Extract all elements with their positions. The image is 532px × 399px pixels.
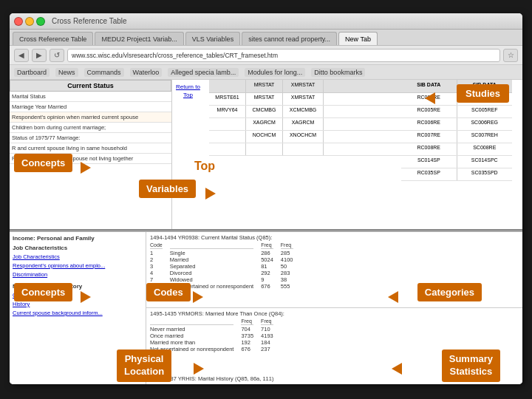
back-button[interactable]: ◀	[14, 49, 29, 62]
close-button[interactable]	[14, 17, 23, 26]
table-row: Marriage Year Married	[10, 102, 171, 112]
variables-arrow	[205, 188, 216, 200]
lower-categories-table: Never married Once married Married more …	[150, 318, 519, 352]
bookmark-waterloo[interactable]: Waterloo	[130, 68, 163, 77]
code-cell: NOCHCM	[246, 131, 283, 143]
concepts-upper-arrow	[81, 162, 91, 174]
code-cell	[246, 143, 283, 155]
job-link-3[interactable]: Discrimination	[13, 270, 143, 279]
lower-labels-col: Never married Once married Married more …	[150, 318, 233, 352]
webpage-content: Current Status Marital Status Marriage Y…	[10, 80, 522, 384]
bookmark-modules[interactable]: Modules for long...	[245, 68, 305, 77]
lower-freq1-col: Freq 7043735192676	[241, 318, 253, 352]
bookmarks-bar: Dartboard News Commands Waterloo Alleged…	[10, 65, 522, 80]
code-cell: CMCMBG	[246, 106, 283, 117]
bookmark-commands[interactable]: Commands	[84, 68, 124, 77]
category-freq2-col: Freq 28541005028338555	[281, 242, 293, 290]
codes-columns: MRSTAT XMRSTAT MRSTE61 MRSTAT XMRSTAT MR…	[209, 80, 401, 231]
maximize-button[interactable]	[36, 17, 45, 26]
summary-statistics-annotation: SummaryStatistics	[442, 349, 500, 382]
sib-cell: RC007RE	[401, 131, 457, 143]
job-link-1[interactable]: Job Characteristics	[13, 253, 143, 262]
sib-cell: SC006REG	[457, 118, 513, 130]
forward-button[interactable]: ▶	[32, 49, 47, 62]
income-section-header: Income: Personal and Family	[13, 235, 143, 242]
code-cell	[209, 131, 246, 143]
codes-arrow	[193, 291, 203, 303]
job-section-header: Job Characteristics	[13, 245, 143, 251]
browser-toolbar: ◀ ▶ ↺ www.ssc.wisc.edu/vlsresearch/cross…	[10, 46, 522, 65]
code-cell: MRVY64	[209, 106, 246, 117]
window-title: Cross Reference Table	[52, 17, 127, 25]
code-cell: XNOCHCM	[283, 131, 324, 143]
tab-cross-reference[interactable]: Cross Reference Table	[13, 32, 93, 45]
code-cell	[283, 143, 324, 155]
bookmark-alleged[interactable]: Alleged specia lamb...	[168, 68, 239, 77]
data-row-label: 1494-1494 YR0938: Current Marital Status…	[150, 234, 519, 241]
bookmark-dartboard[interactable]: Dartboard	[14, 68, 50, 77]
categories-arrow	[388, 291, 398, 303]
browser-tabs: Cross Reference Table MEDU2 Project1 Var…	[10, 30, 522, 46]
bookmark-news[interactable]: News	[55, 68, 78, 77]
col-mrstat: MRSTAT	[246, 80, 283, 92]
table-row: Respondent's opinion when married curren…	[10, 112, 171, 123]
tab-medu2[interactable]: MEDU2 Project1 Variab...	[95, 32, 183, 45]
tab-sites[interactable]: sites cannot read property...	[242, 32, 337, 45]
code-cell: MRSTAT	[246, 93, 283, 105]
sib-cell: RC035SP	[401, 168, 457, 180]
marriage-link-spouse[interactable]: Current spouse background inform...	[13, 309, 143, 318]
concepts-lower-annotation: Concepts	[14, 283, 72, 301]
star-button[interactable]: ☆	[503, 49, 518, 62]
sib-cell: SC007REH	[457, 131, 513, 143]
sib-cell: SC005REF	[457, 106, 513, 117]
summary-statistics-arrow	[392, 363, 402, 375]
sib-header-1: SIB DATA	[401, 80, 457, 92]
code-cell	[324, 93, 401, 105]
code-cell: MRSTE61	[209, 93, 246, 105]
sib-cell: SC014SP	[401, 156, 457, 168]
job-link-2[interactable]: Respondent's opinions about emplo...	[13, 262, 143, 270]
table-row: R and current spouse living in same hous…	[10, 143, 171, 154]
col-mrste	[209, 80, 246, 92]
tab-vls-variables[interactable]: VLS Variables	[185, 32, 240, 45]
sib-cell: RC006RE	[401, 118, 457, 130]
return-to-top-link[interactable]: Return toTop	[176, 83, 200, 99]
sib-cell: RC008RE	[401, 143, 457, 155]
minimize-button[interactable]	[25, 17, 34, 26]
browser-window: Cross Reference Table Cross Reference Ta…	[10, 13, 522, 384]
col-xmrstat: XMRSTAT	[283, 80, 324, 92]
refresh-button[interactable]: ↺	[50, 49, 64, 62]
bookmark-ditto[interactable]: Ditto bookmarks	[311, 68, 365, 77]
code-cell: XCMCMBG	[283, 106, 324, 117]
tab-new[interactable]: New Tab	[338, 32, 378, 45]
table-row: Status of 1975/77 Marriage:	[10, 133, 171, 143]
url-bar[interactable]: www.ssc.wisc.edu/vlsresearch/cross_refer…	[67, 49, 500, 62]
category-freq1-col: Freq 2865024812929676	[261, 242, 273, 290]
browser-titlebar: Cross Reference Table	[10, 13, 522, 30]
lower-data-label: 1495-1435 YRMORS: Married More Than Once…	[150, 310, 519, 317]
code-cell	[324, 106, 401, 117]
top-annotation: Top	[194, 160, 215, 173]
table-row: Children born during current marriage;	[10, 123, 171, 133]
categories-annotation: Categories	[417, 283, 482, 301]
studies-arrow	[425, 92, 435, 104]
code-cell: XMRSTAT	[283, 93, 324, 105]
col-extra	[324, 80, 401, 92]
studies-annotation: Studies	[457, 84, 509, 103]
section-divider	[10, 229, 522, 231]
sib-cell: RC005RE	[401, 106, 457, 117]
current-status-header: Current Status	[10, 80, 171, 92]
variables-annotation: Variables	[139, 180, 196, 198]
table-row: Marital Status	[10, 92, 171, 102]
physical-location-arrow	[194, 363, 204, 375]
sib-cell: SC035SPD	[457, 168, 513, 180]
concepts-upper-annotation: Concepts	[14, 154, 72, 172]
physical-location-annotation: PhysicalLocation	[117, 349, 171, 382]
code-cell	[209, 143, 246, 155]
upper-section: Current Status Marital Status Marriage Y…	[10, 80, 522, 232]
code-cell: XAGRCM	[283, 118, 324, 130]
code-cell	[324, 143, 401, 155]
code-cell	[209, 118, 246, 130]
sib-cell: SC014SPC	[457, 156, 513, 168]
code-cell	[324, 131, 401, 143]
